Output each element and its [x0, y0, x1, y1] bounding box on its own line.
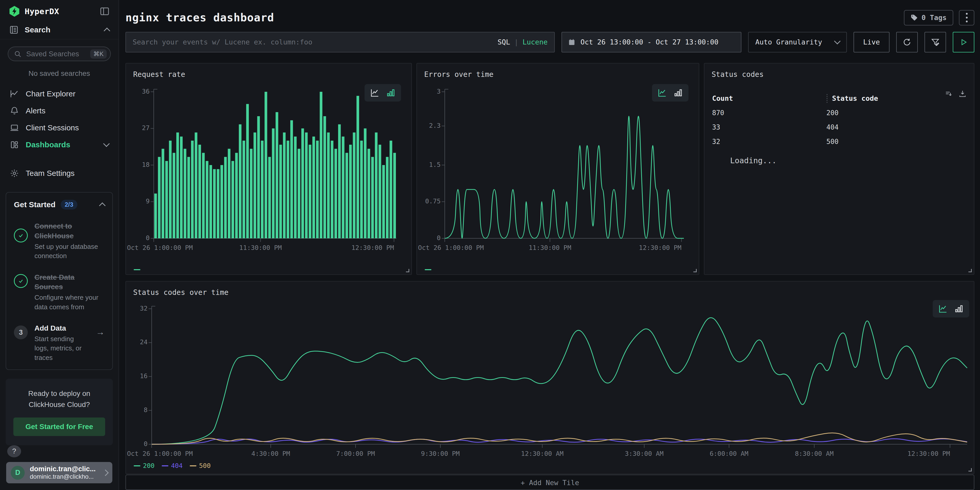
dashboard-header: nginx traces dashboard 0 Tags [126, 10, 974, 26]
table-row[interactable]: 32 500 [712, 134, 966, 149]
get-started-step-add-data[interactable]: 3 Add Data Start sending logs, metrics, … [14, 323, 105, 362]
arrow-right-icon[interactable]: → [96, 327, 105, 337]
sidebar-item-dashboards[interactable]: Dashboards [0, 136, 119, 153]
bar-chart-icon[interactable] [673, 88, 683, 97]
app-name: HyperDX [25, 7, 95, 16]
chevron-down-icon [834, 38, 840, 44]
resize-handle[interactable] [406, 269, 409, 272]
line-chart-icon[interactable] [370, 88, 379, 97]
collapse-sidebar-icon[interactable] [100, 6, 110, 16]
resize-handle[interactable] [969, 269, 972, 272]
refresh-button[interactable] [896, 32, 918, 52]
saved-searches-input[interactable]: Saved Searches ⌘K [8, 46, 111, 61]
y-tick-label: 2.3 [429, 122, 441, 129]
x-tick-label: 3:30:00 AM [602, 450, 687, 457]
sidebar: HyperDX Search Saved Searches ⌘K No save… [0, 0, 119, 490]
legend-item-200[interactable]: 200 [134, 462, 154, 469]
bar-chart-icon[interactable] [386, 88, 395, 97]
chevron-down-icon[interactable] [103, 140, 110, 147]
resize-handle[interactable] [694, 269, 697, 272]
panel-status-codes: Status codes Count Status code 870 200 [704, 63, 974, 275]
help-button[interactable]: ? [7, 445, 21, 457]
main-content: nginx traces dashboard 0 Tags SQL | Luce… [119, 0, 980, 490]
date-range-input[interactable]: Oct 26 13:00:00 - Oct 27 13:00:00 [562, 32, 741, 52]
bar-chart-icon[interactable] [954, 304, 964, 313]
lucene-toggle[interactable]: Lucene [522, 38, 547, 46]
x-tick-label: Oct 26 1:00:00 PM [418, 244, 484, 251]
panel-title: Request rate [133, 70, 185, 79]
chart-line-icon [10, 89, 19, 99]
x-tick-label: 11:30:00 PM [508, 244, 592, 251]
legend-item[interactable] [134, 269, 140, 270]
panel-status-codes-over-time: Status codes over time 08162432Oct 26 1:… [126, 281, 974, 474]
table-row[interactable]: 870 200 [712, 106, 966, 120]
panel-title: Status codes [712, 70, 764, 79]
y-tick-label: 18 [142, 161, 150, 169]
search-section-label: Search [25, 25, 99, 34]
column-header-count[interactable]: Count [712, 94, 827, 102]
tags-button[interactable]: 0 Tags [904, 10, 953, 25]
get-started-free-button[interactable]: Get Started for Free [13, 417, 105, 436]
check-circle-icon [14, 274, 28, 288]
check-circle-icon [14, 229, 28, 242]
legend-item-404[interactable]: 404 [162, 462, 183, 469]
no-saved-searches-text: No saved searches [0, 69, 119, 78]
journal-icon [9, 25, 19, 35]
search-icon [14, 50, 22, 58]
live-button[interactable]: Live [854, 32, 889, 52]
chart-legend: 200 404 500 [134, 462, 210, 469]
legend-item[interactable] [425, 269, 431, 270]
line-chart-icon[interactable] [939, 304, 948, 313]
user-email: dominic.tran@clickho... [30, 473, 98, 480]
panel-title: Status codes over time [133, 288, 229, 297]
column-header-status[interactable]: Status code [832, 94, 878, 102]
calendar-icon [568, 38, 575, 46]
line-chart-icon[interactable] [658, 88, 667, 97]
granularity-select[interactable]: Auto Granularity [748, 32, 847, 52]
x-tick-label: 8:30:00 AM [772, 450, 857, 457]
sidebar-item-search[interactable]: Search [0, 22, 119, 39]
request-rate-chart[interactable]: 09182736Oct 26 1:00:00 PM11:30:00 PM12:3… [126, 81, 411, 259]
sidebar-item-client-sessions[interactable]: Client Sessions [0, 119, 119, 136]
loading-text: Loading... [730, 156, 776, 165]
chevron-up-icon[interactable] [99, 202, 105, 209]
panel-request-rate: Request rate 09182736Oct 26 1:00:00 PM11… [126, 63, 412, 275]
table-header-row: Count Status code [712, 91, 966, 106]
avatar: D [11, 466, 25, 480]
column-resize-handle[interactable] [827, 94, 827, 103]
sidebar-item-alerts[interactable]: Alerts [0, 102, 119, 119]
legend-item-500[interactable]: 500 [190, 462, 210, 469]
get-started-step-sources[interactable]: Create Data Sources Configure where your… [14, 272, 105, 312]
date-range-value: Oct 26 13:00:00 - Oct 27 13:00:00 [581, 38, 718, 46]
resize-handle[interactable] [969, 468, 972, 471]
x-tick-label: 12:30:00 AM [500, 450, 585, 457]
y-tick-label: 8 [144, 406, 148, 414]
sidebar-item-team-settings[interactable]: Team Settings [0, 165, 119, 182]
page-title[interactable]: nginx traces dashboard [126, 11, 904, 24]
table-row[interactable]: 33 404 [712, 120, 966, 134]
chevron-up-icon[interactable] [103, 27, 110, 34]
status-codes-chart[interactable]: 08162432Oct 26 1:00:00 PM4:30:00 PM7:00:… [126, 299, 974, 459]
user-account-button[interactable]: D dominic.tran@clic... dominic.tran@clic… [6, 462, 112, 483]
event-search-input[interactable] [133, 38, 493, 46]
x-tick-label: 12:30:00 PM [597, 244, 681, 251]
x-tick-label: 7:00:00 PM [313, 450, 398, 457]
status-codes-table: Count Status code 870 200 33 404 32 500 [712, 91, 966, 149]
y-tick-label: 32 [140, 305, 148, 312]
y-tick-label: 0.75 [425, 197, 441, 205]
errors-chart[interactable]: 00.751.52.33Oct 26 1:00:00 PM11:30:00 PM… [417, 81, 699, 259]
x-tick-label: 12:30:00 PM [865, 450, 950, 457]
y-tick-label: 0 [146, 234, 150, 242]
filter-button[interactable] [924, 32, 946, 52]
run-query-button[interactable] [953, 32, 974, 52]
sidebar-item-chart-explorer[interactable]: Chart Explorer [0, 85, 119, 102]
dashboard-row-1: Request rate 09182736Oct 26 1:00:00 PM11… [126, 63, 974, 275]
get-started-step-connect[interactable]: Connect to ClickHouse Set up your databa… [14, 221, 105, 261]
sql-toggle[interactable]: SQL [498, 38, 510, 46]
divider [0, 39, 119, 40]
more-options-button[interactable] [959, 10, 974, 25]
get-started-card: Get Started 2/3 Connect to ClickHouse Se… [6, 192, 113, 370]
y-tick-label: 1.5 [429, 161, 441, 169]
add-new-tile-button[interactable]: + Add New Tile [126, 474, 974, 490]
logo-row: HyperDX [0, 0, 119, 22]
